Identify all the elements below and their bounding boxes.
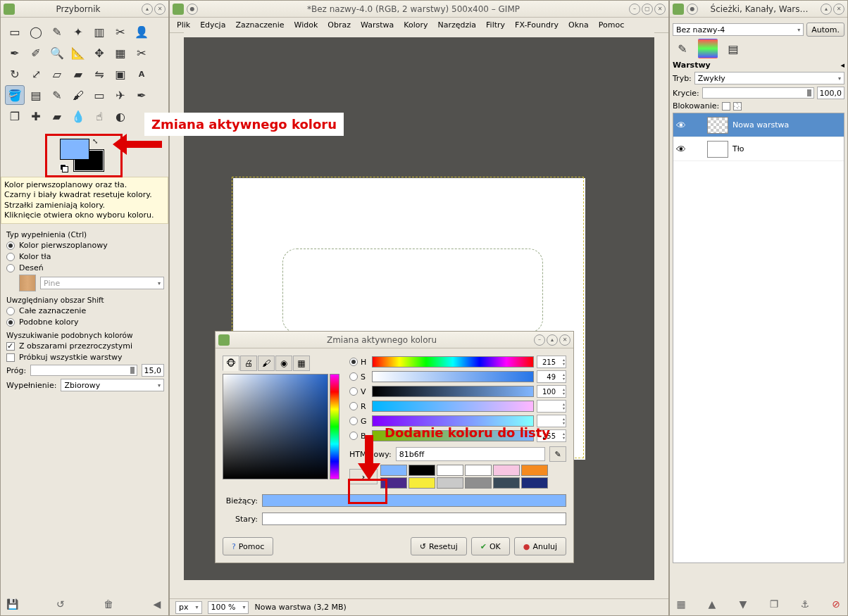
minimize-button[interactable]: – <box>534 334 545 346</box>
shear-tool[interactable]: ▱ <box>47 64 67 84</box>
swatch[interactable] <box>493 477 520 489</box>
reset-options-icon[interactable]: ◀ <box>150 597 164 611</box>
gimp-tab-icon[interactable]: 🐵 <box>223 356 239 371</box>
fill-bg-radio[interactable] <box>6 253 15 261</box>
printer-tab-icon[interactable]: 🖨 <box>240 356 257 371</box>
reset-button[interactable]: ↺Resetuj <box>411 537 467 555</box>
menu-plik[interactable]: Plik <box>173 19 194 31</box>
foreground-select-tool[interactable]: 👤 <box>132 22 151 42</box>
swatch[interactable] <box>493 465 520 476</box>
swatch[interactable] <box>521 477 548 489</box>
visibility-toggle-icon[interactable]: 👁 <box>676 144 687 155</box>
swatch[interactable] <box>380 465 407 476</box>
rotate-tool[interactable]: ↻ <box>5 64 25 84</box>
opacity-spinner[interactable]: 100,0 <box>817 87 845 99</box>
by-color-select-tool[interactable]: ▥ <box>89 22 109 42</box>
auto-button[interactable]: Autom. <box>806 23 844 37</box>
menu-obraz[interactable]: Obraz <box>323 19 355 31</box>
bucket-fill-tool[interactable]: 🪣 <box>5 85 25 105</box>
roll-up-button[interactable]: ▴ <box>821 4 832 15</box>
unit-combo[interactable]: px <box>175 601 202 614</box>
menu-okna[interactable]: Okna <box>564 19 593 31</box>
eraser-tool[interactable]: ▭ <box>89 85 109 105</box>
airbrush-tool[interactable]: ✈ <box>111 85 130 105</box>
h-slider[interactable] <box>372 356 534 367</box>
canvas-titlebar[interactable]: ● *Bez nazwy-4.0 (RGB, 2 warstwy) 500x40… <box>170 1 668 18</box>
color-dialog-titlebar[interactable]: Zmiana aktywnego koloru – ▴ ✕ <box>216 332 573 348</box>
toolbox-titlebar[interactable]: Przybornik ▴ ✕ <box>1 1 168 18</box>
roll-up-button[interactable]: ▴ <box>142 4 153 15</box>
panel-menu-icon[interactable]: ◂ <box>840 61 844 70</box>
crop-tool[interactable]: ✂ <box>132 43 151 63</box>
close-button[interactable]: ✕ <box>154 4 166 15</box>
close-button[interactable]: ✕ <box>654 4 666 15</box>
menu-kolory[interactable]: Kolory <box>399 19 432 31</box>
v-slider[interactable] <box>372 386 534 397</box>
maximize-button[interactable]: ▢ <box>642 4 653 15</box>
saturation-value-picker[interactable] <box>223 374 328 479</box>
pencil-tool[interactable]: ✎ <box>47 85 67 105</box>
pattern-combo[interactable]: Pine <box>40 277 164 289</box>
duplicate-layer-icon[interactable]: ❐ <box>767 597 781 611</box>
g-radio[interactable] <box>349 417 358 425</box>
anchor-layer-icon[interactable]: ⚓ <box>798 597 812 611</box>
h-spinner[interactable]: 215 <box>537 356 566 368</box>
flip-tool[interactable]: ⇋ <box>89 64 109 84</box>
minimize-button[interactable]: – <box>629 4 640 15</box>
mode-combo[interactable]: Zwykły <box>694 72 844 84</box>
raise-layer-icon[interactable]: ▲ <box>705 597 719 611</box>
eyedropper-button[interactable]: ✎ <box>549 446 566 462</box>
r-spinner[interactable] <box>537 400 566 413</box>
layer-name[interactable]: Nowa warstwa <box>732 120 789 130</box>
zoom-tool[interactable]: 🔍 <box>47 43 67 63</box>
area-similar-radio[interactable] <box>6 318 15 327</box>
ellipse-select-tool[interactable]: ◯ <box>26 22 46 42</box>
menu-filtry[interactable]: Filtry <box>482 19 509 31</box>
zoom-combo[interactable]: 100 % <box>208 601 249 614</box>
threshold-spinner[interactable]: 15,0 <box>142 364 165 377</box>
ok-button[interactable]: ✔OK <box>471 537 510 555</box>
menu-warstwa[interactable]: Warstwa <box>356 19 398 31</box>
channels-tab-icon[interactable] <box>698 39 718 58</box>
swatch[interactable] <box>409 465 435 476</box>
free-select-tool[interactable]: ✎ <box>47 22 67 42</box>
cage-tool[interactable]: ▣ <box>111 64 130 84</box>
swatch[interactable] <box>521 465 548 476</box>
cancel-button[interactable]: ●Anuluj <box>514 537 566 555</box>
fuzzy-select-tool[interactable]: ✦ <box>68 22 88 42</box>
layer-name[interactable]: Tło <box>732 144 744 153</box>
perspective-clone-tool[interactable]: ▰ <box>47 106 67 126</box>
text-tool[interactable]: A <box>132 64 151 84</box>
color-picker-tool[interactable]: ✐ <box>26 43 46 63</box>
palette-tab-icon[interactable]: ▦ <box>293 356 310 371</box>
menu-edycja[interactable]: Edycja <box>196 19 230 31</box>
blend-tool[interactable]: ▤ <box>26 85 46 105</box>
heal-tool[interactable]: ✚ <box>26 106 46 126</box>
layer-item[interactable]: 👁 Nowa warstwa <box>673 113 844 137</box>
layers-tab-icon[interactable]: ▤ <box>723 39 743 58</box>
fill-mode-combo[interactable]: Zbiorowy <box>61 379 164 391</box>
layers-titlebar[interactable]: ● Ścieżki, Kanały, Wars… ▴ ✕ <box>670 1 847 18</box>
menu-narzedzia[interactable]: Narzędzia <box>433 19 480 31</box>
new-layer-icon[interactable]: ▦ <box>674 597 688 611</box>
shade-button[interactable]: ● <box>687 4 698 15</box>
move-tool[interactable]: ✥ <box>89 43 109 63</box>
image-selector[interactable]: Bez nazwy-4 <box>673 23 804 36</box>
perspective-tool[interactable]: ▰ <box>68 64 88 84</box>
align-tool[interactable]: ▦ <box>111 43 130 63</box>
paintbrush-tool[interactable]: 🖌 <box>68 85 88 105</box>
layer-thumbnail[interactable] <box>707 141 728 158</box>
html-input[interactable] <box>396 447 545 461</box>
fill-pattern-radio[interactable] <box>6 264 15 272</box>
scale-tool[interactable]: ⤢ <box>26 64 46 84</box>
watercolor-tab-icon[interactable]: 🖌 <box>258 356 275 371</box>
old-color-swatch[interactable] <box>262 513 566 525</box>
close-button[interactable]: ✕ <box>559 334 570 346</box>
h-radio[interactable] <box>349 358 358 366</box>
swatch[interactable] <box>437 465 463 476</box>
smudge-tool[interactable]: ☝ <box>89 106 109 126</box>
swatch[interactable] <box>465 465 492 476</box>
opacity-slider[interactable] <box>702 87 814 99</box>
v-radio[interactable] <box>349 387 358 396</box>
s-radio[interactable] <box>349 372 358 381</box>
